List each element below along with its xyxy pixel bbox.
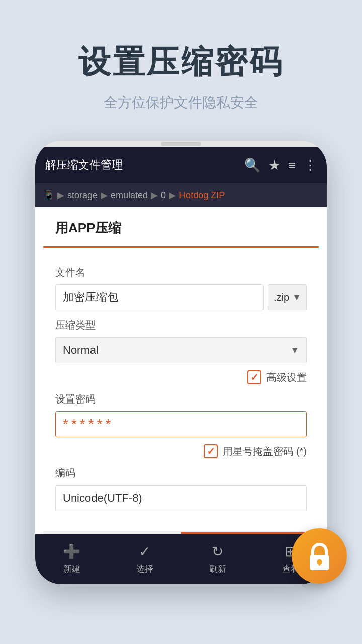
filename-label: 文件名 — [55, 266, 307, 279]
nav-item-refresh[interactable]: ↻ 刷新 — [181, 543, 254, 575]
compression-label: 压缩类型 — [55, 318, 307, 332]
nav-label-refresh: 刷新 — [209, 563, 226, 575]
select-icon: ✓ — [139, 543, 150, 560]
dialog-title: 用APP压缩 — [43, 207, 319, 248]
encoding-value: Unicode(UTF-8) — [55, 485, 307, 511]
filename-input[interactable] — [55, 284, 264, 310]
mask-check-icon: ✓ — [207, 445, 215, 457]
compress-dialog: 用APP压缩 文件名 .zip ▼ 压缩类型 Normal ▼ ✓ — [43, 207, 319, 564]
nav-label-new: 新建 — [63, 563, 80, 575]
filename-row: .zip ▼ — [55, 284, 307, 310]
breadcrumb-storage: storage — [67, 190, 98, 201]
device-icon: 📱 — [43, 190, 54, 201]
lock-icon — [306, 541, 333, 571]
advanced-check-icon: ✓ — [250, 371, 259, 383]
password-input[interactable] — [55, 411, 307, 437]
menu-icon[interactable]: ≡ — [288, 157, 296, 173]
mask-label: 用星号掩盖密码 (*) — [223, 445, 307, 458]
bottom-nav: ➕ 新建 ✓ 选择 ↻ 刷新 ⊞ 查看 — [35, 534, 327, 584]
nav-label-select: 选择 — [136, 563, 153, 575]
mask-row: ✓ 用星号掩盖密码 (*) — [55, 444, 307, 458]
mask-checkbox[interactable]: ✓ — [204, 444, 218, 458]
dialog-body: 文件名 .zip ▼ 压缩类型 Normal ▼ ✓ 高级设置 — [43, 248, 319, 521]
more-icon[interactable]: ⋮ — [304, 157, 317, 173]
new-icon: ➕ — [63, 543, 80, 560]
advanced-label: 高级设置 — [266, 371, 307, 384]
extension-chevron-icon: ▼ — [292, 292, 301, 303]
extension-value: .zip — [274, 292, 289, 303]
compression-select[interactable]: Normal ▼ — [55, 337, 307, 363]
hero-subtitle: 全方位保护文件隐私安全 — [0, 93, 362, 112]
breadcrumb-emulated: emulated — [111, 190, 148, 201]
app-bar-title: 解压缩文件管理 — [45, 157, 236, 173]
breadcrumb-0: 0 — [161, 190, 166, 201]
lock-overlay — [292, 528, 347, 584]
encoding-label: 编码 — [55, 466, 307, 480]
breadcrumb: 📱 ▶ storage ▶ emulated ▶ 0 ▶ Hotdog ZIP — [35, 183, 327, 207]
compression-chevron-icon: ▼ — [290, 345, 299, 356]
advanced-checkbox[interactable]: ✓ — [247, 370, 261, 384]
advanced-row: ✓ 高级设置 — [55, 370, 307, 384]
nav-item-new[interactable]: ➕ 新建 — [35, 543, 108, 575]
star-icon[interactable]: ★ — [268, 157, 280, 173]
extension-select[interactable]: .zip ▼ — [268, 284, 307, 310]
phone-speaker — [161, 142, 201, 146]
svg-rect-2 — [318, 562, 320, 566]
refresh-icon: ↻ — [212, 543, 223, 560]
breadcrumb-hotdog: Hotdog ZIP — [179, 190, 225, 201]
nav-item-select[interactable]: ✓ 选择 — [108, 543, 181, 575]
compression-value: Normal — [63, 344, 99, 357]
search-icon[interactable]: 🔍 — [244, 157, 260, 173]
password-label: 设置密码 — [55, 392, 307, 406]
phone-top-bar — [35, 141, 327, 147]
hero-title: 设置压缩密码 — [0, 40, 362, 84]
app-bar: 解压缩文件管理 🔍 ★ ≡ ⋮ — [35, 147, 327, 183]
phone-mockup: 解压缩文件管理 🔍 ★ ≡ ⋮ 📱 ▶ storage ▶ emulated ▶… — [35, 141, 327, 584]
